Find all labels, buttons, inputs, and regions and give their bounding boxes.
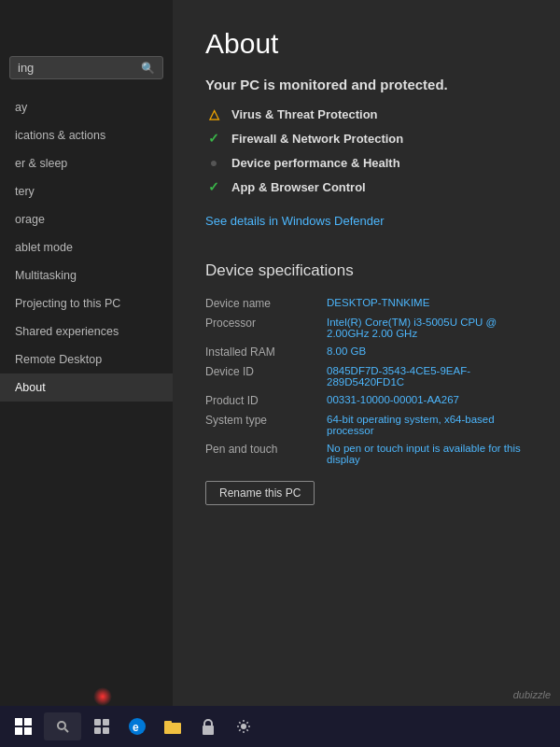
- table-row: Device name DESKTOP-TNNKIME: [205, 295, 527, 315]
- table-row: Device ID 0845DF7D-3543-4CE5-9EAF-289D54…: [205, 363, 527, 392]
- info-icon-device: ●: [205, 154, 222, 171]
- security-item-app: ✓ App & Browser Control: [205, 178, 527, 195]
- sidebar-item-remote[interactable]: Remote Desktop: [0, 345, 173, 374]
- lock-icon[interactable]: [193, 712, 223, 741]
- protection-subtitle: Your PC is monitored and protected.: [205, 77, 527, 92]
- svg-rect-13: [164, 721, 172, 725]
- app-label: App & Browser Control: [231, 180, 366, 194]
- spec-value: 8.00 GB: [327, 344, 527, 363]
- sidebar-item-shared[interactable]: Shared experiences: [0, 317, 173, 345]
- svg-line-5: [65, 729, 69, 733]
- svg-rect-6: [94, 719, 101, 726]
- success-icon-firewall: ✓: [205, 130, 222, 147]
- screen: 🔍 ay ications & actions er & sleep tery …: [0, 0, 560, 747]
- table-row: Pen and touch No pen or touch input is a…: [205, 441, 527, 470]
- task-view-button[interactable]: [87, 712, 117, 741]
- svg-rect-3: [24, 727, 32, 735]
- table-row: System type 64-bit operating system, x64…: [205, 412, 527, 441]
- rename-pc-button[interactable]: Rename this PC: [205, 481, 315, 505]
- device-specs-title: Device specifications: [205, 261, 527, 280]
- spec-value: 0845DF7D-3543-4CE5-9EAF-289D5420FD1C: [327, 363, 527, 392]
- search-taskbar[interactable]: [44, 712, 81, 740]
- spec-value: Intel(R) Core(TM) i3-5005U CPU @ 2.00GHz…: [327, 315, 527, 344]
- sidebar-item-storage[interactable]: orage: [0, 205, 173, 233]
- spec-label: Device name: [205, 295, 327, 315]
- spec-value: 64-bit operating system, x64-based proce…: [327, 412, 527, 441]
- svg-rect-7: [103, 719, 109, 726]
- specs-table: Device name DESKTOP-TNNKIME Processor In…: [205, 295, 527, 470]
- start-button[interactable]: [8, 712, 38, 741]
- spec-label: Pen and touch: [205, 441, 327, 470]
- sidebar-item-notifications[interactable]: ications & actions: [0, 121, 173, 149]
- security-item-device: ● Device performance & Health: [205, 154, 527, 171]
- svg-rect-8: [94, 727, 101, 734]
- device-label: Device performance & Health: [231, 156, 400, 170]
- firewall-label: Firewall & Network Protection: [231, 132, 403, 146]
- sidebar-item-about[interactable]: About: [0, 374, 173, 402]
- svg-rect-9: [103, 727, 109, 734]
- table-row: Product ID 00331-10000-00001-AA267: [205, 392, 527, 412]
- warning-icon: △: [205, 106, 222, 122]
- spec-value: DESKTOP-TNNKIME: [327, 295, 527, 315]
- red-glow: [93, 687, 112, 706]
- edge-browser-icon[interactable]: e: [122, 712, 152, 741]
- svg-rect-1: [24, 718, 32, 726]
- svg-rect-14: [203, 726, 214, 735]
- settings-taskbar-icon[interactable]: [229, 712, 259, 741]
- search-icon: 🔍: [141, 62, 155, 75]
- spec-label: System type: [205, 412, 327, 441]
- sidebar-item-power[interactable]: er & sleep: [0, 149, 173, 177]
- success-icon-app: ✓: [205, 178, 222, 195]
- sidebar: 🔍 ay ications & actions er & sleep tery …: [0, 0, 173, 706]
- spec-label: Installed RAM: [205, 344, 327, 363]
- watermark: dubizzle: [513, 689, 551, 700]
- file-explorer-icon[interactable]: [158, 712, 188, 741]
- virus-label: Virus & Threat Protection: [231, 107, 378, 121]
- spec-value: 00331-10000-00001-AA267: [327, 392, 527, 412]
- search-box[interactable]: 🔍: [9, 56, 163, 79]
- page-title: About: [205, 28, 527, 60]
- sidebar-item-multitasking[interactable]: Multitasking: [0, 261, 173, 289]
- spec-value: No pen or touch input is available for t…: [327, 441, 527, 470]
- security-item-firewall: ✓ Firewall & Network Protection: [205, 130, 527, 147]
- see-details-link[interactable]: See details in Windows Defender: [205, 214, 385, 228]
- taskbar: e: [0, 706, 560, 747]
- security-item-virus: △ Virus & Threat Protection: [205, 106, 527, 122]
- svg-rect-0: [15, 718, 22, 726]
- table-row: Installed RAM 8.00 GB: [205, 344, 527, 363]
- sidebar-item-tablet[interactable]: ablet mode: [0, 233, 173, 261]
- security-items-list: △ Virus & Threat Protection ✓ Firewall &…: [205, 106, 527, 195]
- spec-label: Product ID: [205, 392, 327, 412]
- svg-point-4: [58, 722, 65, 729]
- svg-rect-2: [15, 727, 22, 735]
- spec-label: Processor: [205, 315, 327, 344]
- table-row: Processor Intel(R) Core(TM) i3-5005U CPU…: [205, 315, 527, 344]
- sidebar-item-projecting[interactable]: Projecting to this PC: [0, 289, 173, 317]
- sidebar-item-display[interactable]: ay: [0, 93, 173, 121]
- sidebar-item-battery[interactable]: tery: [0, 177, 173, 205]
- search-input[interactable]: [18, 61, 139, 75]
- settings-window: 🔍 ay ications & actions er & sleep tery …: [0, 0, 560, 706]
- spec-label: Device ID: [205, 363, 327, 392]
- svg-text:e: e: [133, 721, 139, 734]
- svg-point-15: [241, 724, 246, 729]
- main-content: About Your PC is monitored and protected…: [173, 0, 560, 706]
